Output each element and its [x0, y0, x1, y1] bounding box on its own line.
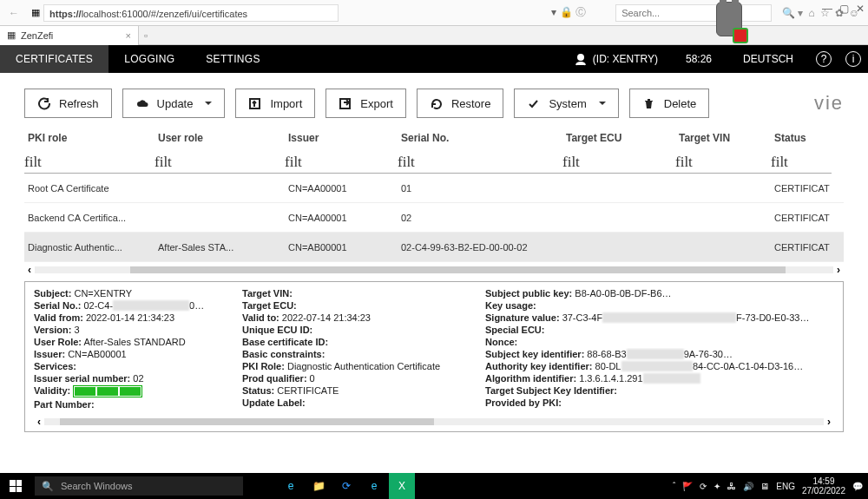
tray-volume-icon[interactable]: 🔊: [743, 482, 753, 491]
detail-field: Part Number:: [34, 398, 242, 410]
cloud-icon: [135, 97, 148, 110]
details-hscroll[interactable]: ‹›: [34, 416, 834, 428]
export-button[interactable]: Export: [326, 89, 406, 118]
col-target-ecu[interactable]: Target ECU: [562, 132, 675, 144]
table-row[interactable]: Backend CA Certifica...CN=AA0000102CERTI…: [24, 203, 844, 233]
validity-bar: [73, 385, 142, 397]
detail-field: Prod qualifier: 0: [242, 372, 485, 384]
filter-input[interactable]: [24, 151, 155, 174]
detail-field: User Role: After-Sales STANDARD: [34, 336, 242, 348]
detail-field: Valid to: 2022-07-14 21:34:23: [242, 312, 485, 324]
tab-certificates[interactable]: CERTIFICATES: [0, 45, 108, 73]
restore-button[interactable]: Restore: [417, 89, 504, 118]
cell-pki: Backend CA Certifica...: [24, 213, 155, 223]
info-icon[interactable]: i: [845, 51, 861, 67]
tab-settings[interactable]: SETTINGS: [190, 45, 275, 73]
detail-field: Target VIN:: [242, 287, 485, 299]
detail-field: Validity:: [34, 384, 242, 398]
taskbar-app-edge[interactable]: e: [278, 473, 304, 499]
chevron-down-icon: [205, 102, 212, 105]
site-identity-icon[interactable]: ▦: [31, 7, 40, 18]
col-serial[interactable]: Serial No.: [398, 132, 562, 144]
detail-field: Version: 3: [34, 324, 242, 336]
trash-icon: [642, 97, 655, 110]
taskbar-app-xentry[interactable]: X: [389, 473, 415, 499]
minimize-icon[interactable]: —: [822, 3, 832, 15]
refresh-button[interactable]: Refresh: [24, 89, 112, 118]
tray-monitor-icon[interactable]: 🖥: [760, 482, 769, 491]
update-button[interactable]: Update: [122, 89, 226, 118]
browser-tab[interactable]: ▦ ZenZefi ×: [0, 26, 139, 45]
col-target-vin[interactable]: Target VIN: [675, 132, 771, 144]
detail-field: Update Label:: [242, 397, 485, 409]
table-hscroll[interactable]: ‹›: [24, 264, 844, 276]
filter-input[interactable]: [398, 151, 562, 174]
header-user: (ID: XENTRY): [562, 53, 670, 66]
new-tab-icon[interactable]: ▫: [139, 30, 153, 42]
taskbar: 🔍Search Windows e 📁 ⟳ e X ˆ 🚩 ⟳ ✦ 🖧 🔊 🖥 …: [0, 473, 868, 499]
import-button[interactable]: Import: [235, 89, 315, 118]
table-row[interactable]: Diagnostic Authentic...After-Sales STA..…: [24, 233, 844, 262]
detail-field: Subject: CN=XENTRY: [34, 287, 242, 299]
tray-chevron-icon[interactable]: ˆ: [673, 482, 675, 491]
start-button[interactable]: [0, 473, 31, 499]
browser-search-input[interactable]: [615, 4, 772, 22]
tab-logging[interactable]: LOGGING: [108, 45, 190, 73]
chevron-down-icon: [599, 102, 606, 105]
tray-app-icon[interactable]: ✦: [713, 482, 720, 491]
tray-lang[interactable]: ENG: [776, 482, 795, 491]
detail-field: PKI Role: Diagnostic Authentication Cert…: [242, 360, 485, 372]
taskbar-search[interactable]: 🔍Search Windows: [35, 476, 243, 496]
table-header: PKI role User role Issuer Serial No. Tar…: [24, 125, 844, 151]
taskbar-app-explorer[interactable]: 📁: [306, 473, 332, 499]
header-time: 58:26: [670, 53, 727, 65]
tray-sync-icon[interactable]: ⟳: [700, 482, 707, 491]
detail-field: Subject public key: B8-A0-0B-0B-DF-B6xxx…: [485, 287, 815, 299]
import-icon: [248, 97, 261, 110]
taskbar-app-ie[interactable]: e: [361, 473, 387, 499]
back-icon[interactable]: ←: [9, 7, 19, 19]
scroll-right-icon: ›: [833, 264, 844, 276]
col-user[interactable]: User role: [155, 132, 285, 144]
home-icon[interactable]: ⌂: [808, 7, 814, 19]
tray-flag-icon[interactable]: 🚩: [682, 482, 693, 491]
cell-pki: Root CA Certificate: [24, 183, 155, 194]
check-icon: [527, 97, 540, 110]
filter-input[interactable]: [562, 151, 675, 174]
address-bar[interactable]: https://localhost:61000/#/zenzefi/ui/cer…: [43, 4, 339, 22]
detail-field: Nonce:: [485, 336, 815, 348]
detail-field: Algorithm identifier: 1.3.6.1.4.1.291xxx…: [485, 372, 815, 384]
tab-close-icon[interactable]: ×: [126, 30, 131, 41]
detail-field: Services:: [34, 360, 242, 372]
delete-button[interactable]: Delete: [629, 89, 710, 118]
language-switch[interactable]: DEUTSCH: [727, 53, 809, 65]
tray-clock[interactable]: 14:59 27/02/2022: [802, 476, 845, 496]
refresh-icon: [37, 97, 50, 110]
cell-issuer: CN=AB00001: [285, 242, 398, 253]
system-button[interactable]: System: [514, 89, 618, 118]
restore-icon: [430, 97, 443, 110]
system-tray: ˆ 🚩 ⟳ ✦ 🖧 🔊 🖥 ENG 14:59 27/02/2022 💬: [673, 476, 868, 496]
help-icon[interactable]: ?: [816, 51, 832, 67]
table-row[interactable]: Root CA CertificateCN=AA0000101CERTIFICA…: [24, 174, 844, 203]
detail-field: Basic constraints:: [242, 348, 485, 360]
window-controls: — ▢ ✕: [822, 3, 865, 15]
tray-notifications-icon[interactable]: 💬: [852, 482, 863, 491]
search-go-icon[interactable]: 🔍 ▾: [782, 7, 803, 19]
col-status[interactable]: Status: [771, 132, 832, 144]
certificate-table: PKI role User role Issuer Serial No. Tar…: [0, 125, 868, 276]
tray-network-icon[interactable]: 🖧: [727, 482, 736, 491]
close-window-icon[interactable]: ✕: [856, 3, 865, 15]
maximize-icon[interactable]: ▢: [839, 3, 849, 15]
filter-input[interactable]: [155, 151, 285, 174]
taskbar-app-teamviewer[interactable]: ⟳: [333, 473, 359, 499]
action-toolbar: Refresh Update Import Export Restore Sys…: [0, 73, 868, 125]
filter-input[interactable]: [771, 151, 832, 174]
filter-input[interactable]: [285, 151, 398, 174]
cell-issuer: CN=AA00001: [285, 213, 398, 223]
scroll-left-icon: ‹: [34, 416, 44, 428]
col-pki[interactable]: PKI role: [24, 132, 155, 144]
filter-input[interactable]: [675, 151, 771, 174]
lock-icon: ▾ 🔒 Ⓒ: [342, 5, 586, 20]
col-issuer[interactable]: Issuer: [285, 132, 398, 144]
